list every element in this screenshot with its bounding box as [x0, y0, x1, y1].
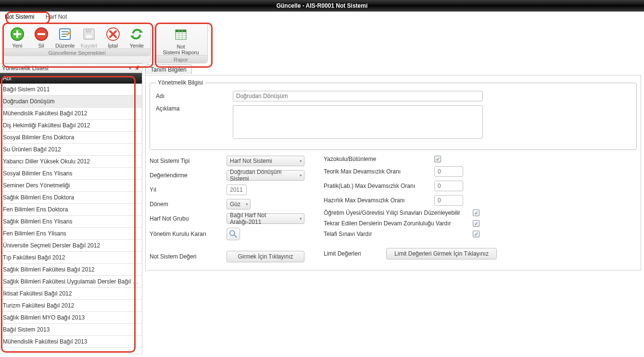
report-icon	[173, 26, 189, 42]
list-item[interactable]: Sosyal Bilimler Ens Doktora	[0, 132, 142, 144]
list-item[interactable]: Sağlık Bilimleri MYO Bağıl 2013	[0, 312, 142, 324]
fieldset-legend: Yönetmelik Bilgisi	[156, 79, 205, 86]
list-item[interactable]: Yabancı Diller Yüksek Okulu 2012	[0, 156, 142, 168]
list-column-header[interactable]: Adı	[0, 73, 142, 84]
tab-tanim-bilgileri[interactable]: Tanım Bilgileri	[145, 64, 192, 74]
report-button[interactable]: Not Sistemi Raporu	[160, 25, 202, 55]
list-item[interactable]: Doğrudan Dönüşüm	[0, 96, 142, 108]
btn-limit[interactable]: Limit Değerleri Girmek İçin Tıklayınız	[386, 248, 497, 259]
chevron-down-icon: ▾	[246, 202, 248, 207]
search-icon	[229, 230, 238, 238]
regulation-list: Bağıl Sistem 2011Doğrudan DönüşümMühendi…	[0, 84, 142, 354]
label-hazirlik: Hazırlık Max Devamsızlık Oranı	[324, 197, 429, 204]
select-harf-not-grubu[interactable]: Bağıl Harf Not Aralığı-2011▾	[227, 213, 304, 224]
list-item[interactable]: Fen Bilimleri Ens Doktora	[0, 204, 142, 216]
btn-girmek[interactable]: Girmek İçin Tıklayınız	[227, 251, 304, 262]
lookup-button[interactable]	[227, 228, 240, 240]
save-button[interactable]: Kaydet	[78, 25, 100, 49]
svg-rect-2	[13, 33, 21, 35]
select-donem[interactable]: Güz▾	[227, 199, 251, 209]
list-item[interactable]: İktisat Fakültesi Bağıl 2012	[0, 288, 142, 300]
list-item[interactable]: Sağlık Bilimleri Fakültesi Bağıl 2012	[0, 264, 142, 276]
cancel-label: İptal	[102, 43, 124, 49]
select-not-sistemi-tipi[interactable]: Harf Not Sistemi▾	[227, 156, 304, 166]
save-label: Kaydet	[78, 43, 100, 49]
new-button[interactable]: Yeni	[6, 25, 28, 49]
list-item[interactable]: Seminer Ders Yönetmeliği	[0, 180, 142, 192]
svg-rect-10	[86, 29, 91, 33]
label-telafi: Telafi Sınavı Vardır	[324, 231, 468, 237]
window-title-bar: Güncelle - AIS-R0001 Not Sistemi	[0, 0, 644, 12]
edit-icon	[57, 26, 73, 42]
list-item[interactable]: Sosyal Bilimler Ens Ylisans	[0, 168, 142, 180]
content-panel: Yönetmelik Bilgisi Adı Açıklama Not Sist…	[145, 75, 641, 271]
minus-icon	[34, 26, 49, 42]
edit-label: Düzenle	[54, 43, 76, 49]
check-yazokulu[interactable]	[434, 156, 441, 162]
chevron-down-icon: ▾	[300, 173, 302, 178]
list-item[interactable]: Fen Bilimleri Ens Ylisans	[0, 228, 142, 240]
dropdown-icon[interactable]: ▾	[129, 63, 131, 73]
ribbon-group-report-label: Rapor	[154, 55, 207, 63]
report-label: Not Sistemi Raporu	[160, 43, 202, 55]
input-teorik[interactable]	[434, 166, 463, 177]
delete-button[interactable]: Sil	[30, 25, 52, 49]
check-ogretim[interactable]	[473, 209, 480, 216]
label-harf-not-grubu: Harf Not Grubu	[150, 215, 222, 222]
list-item[interactable]: Mühendislik Fakültesi Bağıl 2013	[0, 336, 142, 348]
label-yazokulu: Yazokulu/Bütünleme	[324, 156, 429, 162]
label-ogretim: Öğretim Üyesi/Görevlisi Yıliçi Sınavları…	[324, 209, 468, 216]
check-tekrar[interactable]	[473, 220, 480, 227]
select-degerlendirme[interactable]: Doğrudan Dönüşüm Sistemi▾	[227, 170, 304, 181]
list-item[interactable]: Turizm Fakültesi Bağıl 2012	[0, 300, 142, 312]
list-item[interactable]: Üniversite Seçmeli Dersler Bağıl 2012	[0, 240, 142, 252]
chevron-down-icon: ▾	[300, 216, 302, 221]
save-icon	[81, 26, 97, 42]
list-item[interactable]: Diş Hekimliği Fakültesi Bağıl 2012	[0, 120, 142, 132]
label-donem: Dönem	[150, 201, 222, 208]
svg-rect-11	[86, 35, 92, 38]
label-tekrar: Tekrar Edilen Derslerin Devam Zorunluluğ…	[324, 220, 468, 227]
refresh-button[interactable]: Yenile	[126, 25, 148, 49]
main-tab-harf-not[interactable]: Harf Not	[41, 12, 72, 22]
sidebar: Yönetmelik Listesi ▾ 📌 Adı Bağıl Sistem …	[0, 63, 142, 354]
ribbon-group-update: Yeni Sil Düzenle Kaydet	[3, 23, 151, 63]
list-item[interactable]: Sağlık Bilimleri Ens Ylisans	[0, 216, 142, 228]
content-area: Tanım Bilgileri Yönetmelik Bilgisi Adı A…	[142, 63, 644, 354]
window-cap-right	[637, 0, 644, 12]
window-title: Güncelle - AIS-R0001 Not Sistemi	[277, 2, 368, 9]
refresh-label: Yenile	[126, 43, 148, 49]
new-label: Yeni	[6, 43, 28, 49]
label-not-sistemi-tipi: Not Sistemi Tipi	[150, 158, 222, 164]
ribbon-group-update-label: Güncelleme Seçenekleri	[3, 49, 151, 56]
list-item[interactable]: Sağlık Bilimleri Fakültesi Uygulamalı De…	[0, 276, 142, 288]
cancel-button[interactable]: İptal	[102, 25, 124, 49]
input-hazirlik[interactable]	[434, 195, 463, 206]
sidebar-title-bar: Yönetmelik Listesi ▾ 📌	[0, 63, 142, 73]
list-item[interactable]: Mühendislik Fakültesi Bağıl 2012	[0, 108, 142, 120]
input-yil[interactable]	[227, 185, 247, 195]
list-item[interactable]: Tıp Fakültesi Bağıl 2012	[0, 252, 142, 264]
list-item[interactable]: Bağıl Sistem 2013	[0, 324, 142, 336]
label-pratik: Pratik(Lab.) Max Devamsızlık Oranı	[324, 183, 429, 189]
label-adi: Adı	[156, 93, 228, 99]
label-degerlendirme: Değerlendirme	[150, 172, 222, 179]
input-aciklama[interactable]	[233, 105, 483, 139]
list-item[interactable]: Sağlık Bilimleri Ens Doktora	[0, 192, 142, 204]
input-pratik[interactable]	[434, 181, 463, 191]
sidebar-title: Yönetmelik Listesi	[2, 63, 49, 73]
input-adi[interactable]	[233, 91, 483, 101]
check-telafi[interactable]	[473, 231, 480, 237]
pin-icon[interactable]: 📌	[134, 63, 140, 73]
list-item[interactable]: Bağıl Sistem 2011	[0, 84, 142, 96]
ribbon: Yeni Sil Düzenle Kaydet	[0, 22, 644, 63]
svg-rect-18	[176, 30, 186, 32]
main-tab-not-sistemi[interactable]: Not Sistemi	[0, 12, 39, 22]
window-cap-left	[0, 0, 7, 12]
edit-button[interactable]: Düzenle	[54, 25, 76, 49]
svg-rect-4	[38, 33, 45, 35]
list-item[interactable]: Su Ürünleri Bağıl 2012	[0, 144, 142, 156]
label-yil: Yıl	[150, 186, 222, 193]
chevron-down-icon: ▾	[300, 159, 302, 163]
label-limit: Limit Değerleri	[324, 250, 381, 257]
